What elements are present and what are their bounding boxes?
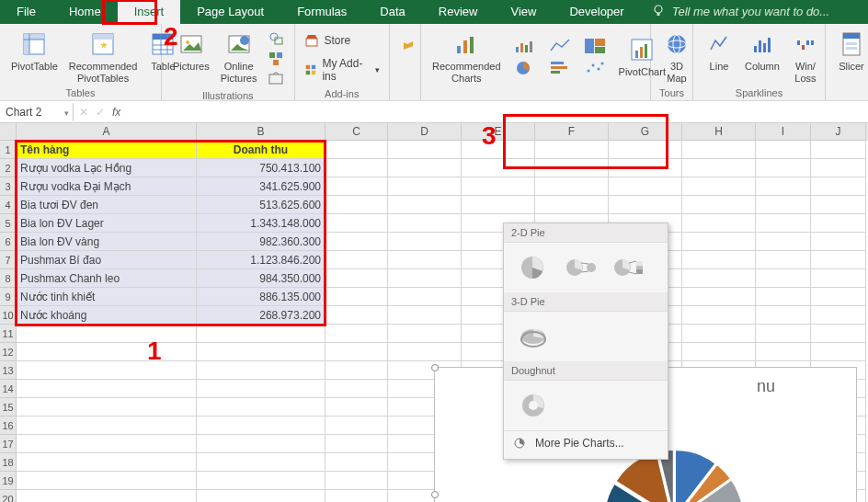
cancel-formula-button[interactable]: ✕ (79, 106, 88, 119)
cell[interactable]: Bia tươi ĐV đen (17, 196, 197, 214)
cell[interactable] (535, 159, 609, 177)
cell[interactable] (462, 141, 535, 159)
cell[interactable] (388, 325, 462, 343)
row-header[interactable]: 17 (0, 435, 17, 453)
row-header[interactable]: 20 (0, 490, 17, 502)
cell[interactable] (811, 251, 866, 269)
shapes-button[interactable] (267, 29, 285, 48)
cell[interactable]: 341.625.900 (197, 177, 326, 196)
cell[interactable]: Pushmax Bí đao (17, 251, 197, 269)
cell[interactable] (756, 343, 811, 361)
row-header[interactable]: 9 (0, 288, 17, 306)
pie-2d-option[interactable] (513, 250, 554, 285)
my-addins-button[interactable]: My Add-ins ▾ (304, 57, 381, 83)
cell[interactable] (811, 306, 866, 325)
cell[interactable] (756, 159, 811, 177)
row-header[interactable]: 14 (0, 380, 17, 398)
cell[interactable] (682, 177, 756, 196)
cell[interactable] (756, 325, 811, 343)
fx-button[interactable]: fx (112, 106, 120, 119)
cell[interactable]: 268.973.200 (197, 306, 326, 325)
cell[interactable]: Rượu vodka Đại Mạch (17, 177, 197, 196)
sparkline-column-button[interactable]: Column (739, 28, 785, 74)
cell[interactable] (811, 177, 866, 196)
column-header[interactable]: B (197, 123, 326, 141)
cell[interactable] (388, 306, 462, 325)
column-header[interactable]: D (388, 123, 462, 141)
cell[interactable]: 984.350.000 (197, 269, 326, 288)
cell[interactable] (326, 490, 388, 502)
cell[interactable]: Bia lon ĐV Lager (17, 214, 197, 233)
column-chart-button[interactable] (510, 36, 540, 56)
cell[interactable] (388, 251, 462, 269)
sparkline-winloss-button[interactable]: Win/ Loss (785, 28, 826, 86)
cell[interactable] (326, 251, 388, 269)
cell[interactable]: Doanh thu (197, 141, 326, 159)
cell[interactable] (388, 343, 462, 361)
cell[interactable] (326, 269, 388, 288)
cell[interactable] (326, 306, 388, 325)
cell[interactable] (756, 177, 811, 196)
cell[interactable] (197, 490, 326, 502)
cell[interactable] (682, 306, 756, 325)
cell[interactable] (326, 233, 388, 251)
cell[interactable] (609, 196, 682, 214)
cell[interactable] (756, 233, 811, 251)
row-header[interactable]: 18 (0, 453, 17, 472)
cell[interactable] (388, 177, 462, 196)
cell[interactable] (388, 196, 462, 214)
row-header[interactable]: 19 (0, 472, 17, 490)
cell[interactable] (609, 141, 682, 159)
cell[interactable] (756, 196, 811, 214)
cell[interactable] (326, 361, 388, 380)
cell[interactable]: Pushmax Chanh leo (17, 269, 197, 288)
cell[interactable] (17, 343, 197, 361)
row-header[interactable]: 5 (0, 214, 17, 233)
cell[interactable] (811, 214, 866, 233)
cell[interactable] (682, 251, 756, 269)
menu-tab-view[interactable]: View (494, 0, 553, 24)
cell[interactable] (326, 453, 388, 472)
row-header[interactable]: 13 (0, 361, 17, 380)
store-button[interactable]: Store (304, 33, 381, 48)
sparkline-line-button[interactable]: Line (699, 28, 739, 74)
cell[interactable] (197, 361, 326, 380)
row-header[interactable]: 1 (0, 141, 17, 159)
cell[interactable] (326, 343, 388, 361)
cell[interactable] (682, 288, 756, 306)
tell-me[interactable]: Tell me what you want to do... (641, 0, 847, 24)
cell[interactable] (462, 177, 535, 196)
cell[interactable]: Nước khoáng (17, 306, 197, 325)
cell[interactable] (462, 159, 535, 177)
cell[interactable] (17, 380, 197, 398)
row-header[interactable]: 2 (0, 159, 17, 177)
row-header[interactable]: 3 (0, 177, 17, 196)
cell[interactable] (197, 416, 326, 435)
cell[interactable] (388, 269, 462, 288)
menu-tab-page-layout[interactable]: Page Layout (180, 0, 280, 24)
online-pictures-button[interactable]: Online Pictures (215, 28, 263, 86)
cell[interactable]: Tên hàng (17, 141, 197, 159)
column-header[interactable]: C (326, 123, 388, 141)
menu-tab-home[interactable]: Home (52, 0, 118, 24)
row-header[interactable]: 8 (0, 269, 17, 288)
cell[interactable] (17, 416, 197, 435)
menu-tab-review[interactable]: Review (422, 0, 495, 24)
cell[interactable]: 1.343.148.000 (197, 214, 326, 233)
cell[interactable] (17, 435, 197, 453)
3d-map-button[interactable]: 3D Map (657, 28, 697, 86)
bing-maps-button[interactable] (395, 28, 421, 55)
row-header[interactable]: 6 (0, 233, 17, 251)
cell[interactable] (609, 159, 682, 177)
cell[interactable] (811, 196, 866, 214)
cell[interactable] (388, 159, 462, 177)
cell[interactable] (326, 380, 388, 398)
more-pie-charts[interactable]: More Pie Charts... (504, 430, 668, 455)
cell[interactable] (682, 214, 756, 233)
cell[interactable]: 750.413.100 (197, 159, 326, 177)
column-header[interactable]: J (811, 123, 866, 141)
cell[interactable] (811, 159, 866, 177)
cell[interactable] (811, 343, 866, 361)
cell[interactable] (326, 288, 388, 306)
row-header[interactable]: 10 (0, 306, 17, 325)
